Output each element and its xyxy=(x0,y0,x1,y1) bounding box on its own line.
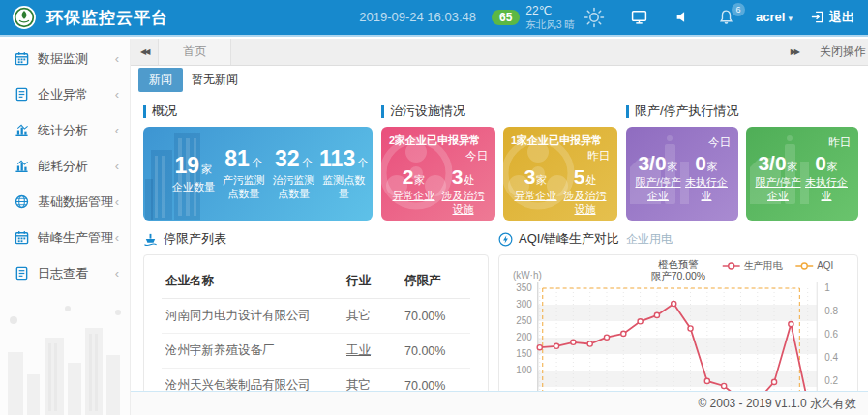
stat-value: 3/0 xyxy=(638,152,666,174)
bar-chart-icon xyxy=(15,123,29,137)
stat-unit: 家 xyxy=(707,161,718,172)
logout-button[interactable]: 退出 xyxy=(810,9,854,26)
caret-down-icon: ▾ xyxy=(788,14,793,23)
globe-icon xyxy=(15,194,29,209)
stat-value: 81 xyxy=(224,146,250,171)
chart-subtitle: 限产70.00% xyxy=(651,271,705,282)
stat-label: 监测点数量 xyxy=(318,174,369,201)
treatment-facilities-section: 治污设施情况 2家企业已申报异常今日2家异常企业3处涉及治污设施1家企业已申报异… xyxy=(381,101,617,221)
news-button[interactable]: 新闻 xyxy=(138,68,183,92)
tab-home[interactable]: 首页 xyxy=(158,39,231,65)
notification-badge: 6 xyxy=(732,3,745,16)
svg-text:生产用电: 生产用电 xyxy=(744,260,784,271)
stat-link[interactable]: 限产/停产企业 xyxy=(754,176,802,203)
stat-link[interactable]: 异常企业 xyxy=(389,190,438,203)
datetime: 2019-09-24 16:03:48 xyxy=(359,10,476,24)
aqi-chart-subtitle[interactable]: 企业用电 xyxy=(626,231,673,248)
stat-link[interactable]: 未执行企业 xyxy=(802,176,851,203)
speaker-icon[interactable] xyxy=(674,9,691,25)
stat-label: 治污监测点数量 xyxy=(269,174,319,201)
app-footer: © 2003 - 2019 v1.1.0 永久有效 xyxy=(131,391,868,415)
shutdown-list-panel: 企业名称行业停限产 河南同力电力设计有限公司其它70.00%沧州宇新养殖设备厂工… xyxy=(143,254,489,391)
overview-stat: 81个产污监测点数量 xyxy=(219,146,269,201)
app-title: 环保监控云平台 xyxy=(46,7,168,29)
stat-label: 企业数量 xyxy=(168,181,219,194)
stat-unit: 处 xyxy=(464,174,474,186)
monitor-icon[interactable] xyxy=(631,9,647,25)
stat-unit: 家 xyxy=(414,174,425,186)
sidebar-item-enterprise-abnormal[interactable]: 企业异常‹ xyxy=(0,76,130,112)
bar-chart-icon xyxy=(15,159,29,173)
factory-ship-icon xyxy=(143,232,158,247)
close-operations-button[interactable]: 关闭操作 xyxy=(808,44,868,60)
card-period-label: 今日 xyxy=(389,149,488,163)
legend-item[interactable]: AQI xyxy=(795,260,833,271)
production-restriction-title: 限产/停产执行情况 xyxy=(635,103,739,120)
svg-text:AQI: AQI xyxy=(817,260,833,271)
svg-text:0.6: 0.6 xyxy=(824,329,838,340)
card-headline: 1家企业已申报异常 xyxy=(511,133,610,148)
chevron-left-icon: ‹ xyxy=(115,87,119,102)
stat-unit: 家 xyxy=(201,163,212,175)
stat-link[interactable]: 限产/停产企业 xyxy=(634,176,682,203)
table-column-header: 行业 xyxy=(343,267,401,299)
table-row: 沧州天兴包装制品有限公司其它70.00% xyxy=(162,369,470,392)
table-row: 河南同力电力设计有限公司其它70.00% xyxy=(162,299,470,334)
section-accent-bar xyxy=(143,105,146,118)
svg-text:200: 200 xyxy=(516,332,532,342)
sidebar: 数据监测‹企业异常‹统计分析‹能耗分析‹基础数据管理‹错峰生产管理‹日志查看‹ xyxy=(0,39,131,415)
chevron-left-icon: ‹ xyxy=(115,123,119,137)
app-logo-icon xyxy=(12,5,37,30)
stat-unit: 个 xyxy=(302,157,313,168)
aqi-chart-panel: 1001502002503003500.20.40.60.81(kW·h)橙色预… xyxy=(498,254,858,391)
restriction-rate-cell: 70.00% xyxy=(401,334,470,369)
industry-link[interactable]: 工业 xyxy=(346,343,371,357)
logout-label: 退出 xyxy=(829,9,854,26)
aqi-badge: 65 xyxy=(492,10,520,25)
sidebar-item-data-monitoring[interactable]: 数据监测‹ xyxy=(0,41,130,76)
sidebar-item-staggered-production[interactable]: 错峰生产管理‹ xyxy=(0,220,130,255)
shutdown-table: 企业名称行业停限产 河南同力电力设计有限公司其它70.00%沧州宇新养殖设备厂工… xyxy=(162,267,470,391)
sidebar-item-log-view[interactable]: 日志查看‹ xyxy=(0,255,130,291)
stat-link[interactable]: 涉及治污设施 xyxy=(438,190,488,217)
tabs-scroll-right-button[interactable]: ▶▶ xyxy=(781,47,808,56)
document-icon xyxy=(15,87,29,102)
enterprise-name-cell: 沧州天兴包装制品有限公司 xyxy=(162,369,343,392)
sidebar-item-statistical-analysis[interactable]: 统计分析‹ xyxy=(0,112,130,148)
chevron-left-icon: ‹ xyxy=(115,159,119,173)
app-header: 环保监控云平台 2019-09-24 16:03:48 65 22℃ 东北风3 … xyxy=(0,0,868,37)
legend-item[interactable]: 生产用电 xyxy=(723,260,784,271)
wind-weather-label: 东北风3 晴 xyxy=(525,18,575,30)
stat-link[interactable]: 涉及治污设施 xyxy=(560,190,610,217)
svg-text:0.8: 0.8 xyxy=(824,306,838,316)
yesterday-card: 1家企业已申报异常昨日3家异常企业5处涉及治污设施 xyxy=(503,127,617,221)
table-column-header: 停限产 xyxy=(401,267,470,299)
stat-unit: 个 xyxy=(252,157,262,168)
stat-link[interactable]: 异常企业 xyxy=(511,190,560,203)
industry-cell: 其它 xyxy=(346,378,371,391)
section-accent-bar xyxy=(626,105,629,118)
sidebar-item-label: 错峰生产管理 xyxy=(38,229,115,247)
bell-icon[interactable]: 6 xyxy=(718,9,734,25)
stat-label: 产污监测点数量 xyxy=(219,174,269,201)
stat-link[interactable]: 未执行企业 xyxy=(682,176,731,203)
tabs-scroll-left-button[interactable]: ◀◀ xyxy=(131,47,158,56)
sidebar-item-basic-data-management[interactable]: 基础数据管理‹ xyxy=(0,184,130,220)
news-message: 暂无新闻 xyxy=(192,72,238,88)
aqi-chart-title: AQI/错峰生产对比 xyxy=(519,230,619,248)
bolt-icon xyxy=(498,232,513,247)
production-restriction-section: 限产/停产执行情况 今日3/0家限产/停产企业0家未执行企业昨日3/0家限产/停… xyxy=(626,101,858,221)
industry-cell: 其它 xyxy=(346,309,371,322)
sun-icon xyxy=(583,6,606,29)
overview-stat: 113个监测点数量 xyxy=(318,146,369,201)
stat-value: 2 xyxy=(403,165,414,188)
user-menu[interactable]: acrel▾ xyxy=(756,10,793,24)
svg-text:300: 300 xyxy=(516,299,532,310)
city-skyline-watermark xyxy=(0,299,131,415)
restriction-rate-cell: 70.00% xyxy=(401,299,470,334)
stat-unit: 处 xyxy=(585,174,596,186)
stat-unit: 家 xyxy=(827,161,838,172)
table-column-header: 企业名称 xyxy=(162,267,343,299)
sidebar-item-energy-analysis[interactable]: 能耗分析‹ xyxy=(0,148,130,184)
shutdown-list-title: 停限产列表 xyxy=(164,230,226,248)
